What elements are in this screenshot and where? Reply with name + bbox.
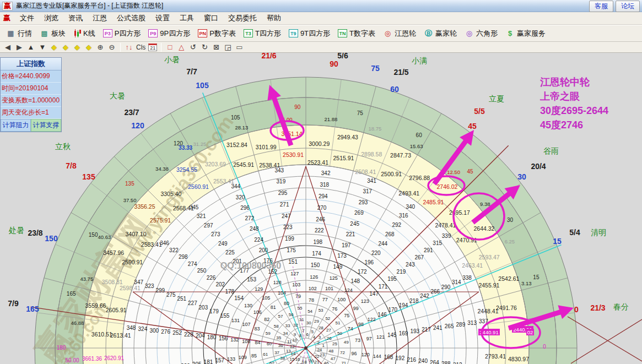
toolbar-item-kline[interactable]: K线 — [69, 27, 99, 40]
spiral-number: 46 — [324, 361, 329, 364]
spiral-number: 339 — [442, 233, 451, 239]
shape-triangle-icon[interactable]: △ — [176, 42, 187, 52]
conversion-factor: 变换系数=1.000000 — [1, 95, 61, 107]
spiral-number: 244 — [378, 241, 387, 247]
annotation-line: 45度2746 — [540, 118, 608, 132]
spiral-number: 195 — [387, 276, 397, 282]
price-label-inner: 2583.41 — [141, 241, 162, 248]
kline-icon — [73, 29, 81, 37]
zoom-out-icon[interactable]: ⊖ — [106, 42, 117, 52]
toolbar-item-hexagon[interactable]: ◎六角形 — [461, 27, 501, 40]
menu-item[interactable]: 文件 — [15, 12, 39, 24]
menu-item[interactable]: 公式选股 — [112, 12, 150, 24]
spiral-number: 6 — [306, 332, 309, 337]
step-right-icon[interactable]: ◆ — [60, 42, 71, 52]
customer-service-button[interactable]: 客服 — [589, 1, 613, 12]
menu-item[interactable]: 交易委托 — [223, 12, 262, 24]
shape-square-icon[interactable]: □ — [164, 42, 175, 52]
solar-term-label: 立夏 — [489, 94, 504, 103]
spiral-number: 298 — [179, 254, 188, 260]
toolbar-item-p-square[interactable]: P3P四方形 — [99, 27, 145, 40]
spiral-number: 16 — [295, 357, 300, 362]
special-label: 50.00 — [65, 357, 79, 363]
nav-left-icon[interactable]: ◀ — [2, 42, 13, 52]
step-up-icon[interactable]: ◆ — [72, 42, 83, 52]
toolbar-item-9p-square[interactable]: P99P四方形 — [144, 27, 194, 40]
toolbar-label: 江恩轮 — [395, 29, 416, 39]
spiral-number: 23 — [320, 352, 325, 357]
toolbar-label: 六角形 — [476, 29, 498, 39]
forum-button[interactable]: 论坛 — [616, 1, 640, 12]
spiral-number: 77 — [322, 297, 328, 302]
spiral-number: 246 — [316, 216, 325, 222]
toolbar-item-winner-service[interactable]: $赢家服务 — [501, 27, 549, 40]
toolbar-item-gann-wheel[interactable]: ◎江恩轮 — [379, 27, 420, 40]
price-value: 价格=2440.9099 — [1, 70, 61, 83]
fit-view-icon[interactable]: ◲ — [222, 42, 233, 52]
spiral-number: 271 — [280, 202, 289, 208]
spiral-number: 276 — [161, 329, 170, 335]
angle-label: 150 — [89, 232, 98, 238]
menu-item[interactable]: 窗口 — [199, 12, 223, 24]
toolbar-label: P四方形 — [115, 29, 141, 39]
toolbar-item-t-table[interactable]: TNT数字表 — [334, 27, 379, 40]
nav-right-icon[interactable]: ▶ — [14, 42, 25, 52]
spiral-number: 37 — [274, 350, 279, 355]
toolbar-item-p-table[interactable]: PNP数字表 — [194, 27, 240, 40]
spiral-number: 348 — [127, 325, 136, 331]
spiral-number: 172 — [358, 269, 367, 275]
spiral-number: 243 — [406, 262, 415, 268]
toolbar-label: T四方形 — [255, 29, 281, 39]
spiral-number: 75 — [344, 313, 349, 318]
rim-date-label: 7/7 — [186, 67, 197, 76]
price-label-outer: 2593.47 — [479, 254, 500, 260]
toolbar-item-9t-square[interactable]: T99T四方形 — [285, 27, 334, 40]
spiral-number: 14 — [291, 351, 296, 356]
spiral-number: 266 — [430, 289, 440, 295]
9p-square-icon: P9 — [148, 29, 158, 37]
angle-label: 60 — [416, 132, 423, 138]
menu-item[interactable]: 浏览 — [39, 12, 63, 24]
calc-resistance-button[interactable]: 计算阻力 — [1, 119, 31, 132]
calc-support-button[interactable]: 计算支撑 — [31, 119, 61, 132]
spiral-number: 8 — [299, 333, 302, 338]
price-label-outer: 2491.76 — [496, 305, 517, 311]
p-square-icon: P3 — [103, 29, 112, 37]
shift-updown-icon[interactable]: ↑↓ — [123, 42, 134, 52]
sectors-icon: ▩ — [40, 29, 49, 38]
screen-icon[interactable]: ▭ — [234, 42, 245, 52]
spiral-number: 124 — [344, 287, 353, 293]
spiral-number: 109 — [239, 355, 247, 360]
rotate-ccw-icon[interactable]: ↺ — [187, 42, 198, 52]
menu-item[interactable]: 江恩 — [88, 12, 112, 24]
spiral-number: 192 — [396, 355, 405, 361]
toolbar-item-quotes[interactable]: ▦行情 — [2, 27, 36, 40]
step-left-icon[interactable]: ◆ — [48, 42, 60, 52]
spiral-number: 145 — [387, 332, 397, 338]
calendar-icon[interactable]: 21 — [147, 42, 158, 52]
spiral-number: 241 — [433, 325, 443, 331]
spiral-number: 252 — [172, 330, 182, 336]
zoom-in-icon[interactable]: ⊕ — [95, 42, 106, 52]
spiral-number: 98 — [358, 322, 364, 327]
menu-item[interactable]: 资讯 — [63, 12, 88, 24]
close-box-icon[interactable]: ⊠ — [211, 42, 222, 52]
menu-item[interactable]: 帮助 — [262, 12, 286, 24]
annotation-line: 30度2695-2644 — [540, 104, 608, 118]
spiral-number: 85 — [251, 353, 257, 358]
price-label-inner: 2590.91 — [122, 259, 143, 265]
toolbar-item-t-square[interactable]: T3T四方形 — [240, 27, 285, 40]
solar-term-label: 春分 — [613, 302, 629, 311]
cls-button-button[interactable]: Cls — [135, 42, 147, 52]
menu-item[interactable]: 工具 — [175, 12, 199, 24]
menu-item[interactable]: 设置 — [150, 12, 175, 24]
rotate-cw-icon[interactable]: ↻ — [199, 42, 210, 52]
toolbar-item-sectors[interactable]: ▩板块 — [36, 27, 69, 40]
step-down-icon[interactable]: ◆ — [83, 42, 94, 52]
nav-up-icon[interactable]: ▲ — [25, 42, 36, 52]
toolbar-item-winner-wheel[interactable]: Ⓑ赢家轮 — [420, 27, 461, 40]
gann-wheel-icon: ◎ — [383, 29, 392, 38]
spiral-number: 56 — [289, 312, 294, 317]
nav-down-icon[interactable]: ▼ — [37, 42, 48, 52]
spiral-number: 155 — [220, 313, 230, 319]
